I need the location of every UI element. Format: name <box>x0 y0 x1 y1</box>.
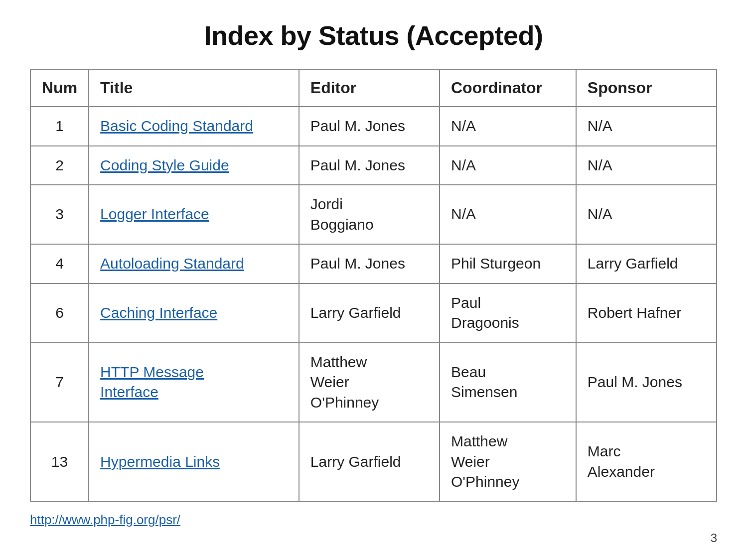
cell-num: 2 <box>30 146 89 185</box>
cell-title: Logger Interface <box>89 185 299 244</box>
cell-title: Coding Style Guide <box>89 146 299 185</box>
cell-sponsor: Paul M. Jones <box>576 343 717 422</box>
table-row: 1Basic Coding StandardPaul M. JonesN/AN/… <box>30 107 717 146</box>
table-row: 6Caching InterfaceLarry GarfieldPaulDrag… <box>30 283 717 343</box>
page-number: 3 <box>711 531 717 545</box>
title-link[interactable]: Coding Style Guide <box>100 157 229 173</box>
table-row: 4Autoloading StandardPaul M. JonesPhil S… <box>30 244 717 283</box>
cell-title: Basic Coding Standard <box>89 107 299 146</box>
cell-editor: Larry Garfield <box>299 422 440 502</box>
cell-title: HTTP MessageInterface <box>89 343 299 422</box>
col-header-title: Title <box>89 69 299 107</box>
cell-coordinator: N/A <box>440 107 576 146</box>
cell-num: 6 <box>30 283 89 343</box>
col-header-coordinator: Coordinator <box>440 69 576 107</box>
cell-num: 1 <box>30 107 89 146</box>
cell-coordinator: PaulDragoonis <box>440 283 576 343</box>
cell-editor: Paul M. Jones <box>299 107 440 146</box>
table-row: 2Coding Style GuidePaul M. JonesN/AN/A <box>30 146 717 185</box>
cell-editor: JordiBoggiano <box>299 185 440 244</box>
cell-title: Autoloading Standard <box>89 244 299 283</box>
title-link[interactable]: Hypermedia Links <box>100 453 220 470</box>
cell-num: 4 <box>30 244 89 283</box>
cell-num: 7 <box>30 343 89 422</box>
cell-num: 3 <box>30 185 89 244</box>
cell-num: 13 <box>30 422 89 502</box>
col-header-sponsor: Sponsor <box>576 69 717 107</box>
title-link[interactable]: Caching Interface <box>100 304 217 321</box>
page-title: Index by Status (Accepted) <box>30 20 717 51</box>
footer-link-container: http://www.php-fig.org/psr/ <box>30 512 717 528</box>
cell-coordinator: N/A <box>440 185 576 244</box>
table-row: 7HTTP MessageInterfaceMatthewWeierO'Phin… <box>30 343 717 422</box>
cell-sponsor: Larry Garfield <box>576 244 717 283</box>
cell-editor: Larry Garfield <box>299 283 440 343</box>
cell-editor: Paul M. Jones <box>299 146 440 185</box>
cell-sponsor: Robert Hafner <box>576 283 717 343</box>
footer-link[interactable]: http://www.php-fig.org/psr/ <box>30 512 180 527</box>
col-header-editor: Editor <box>299 69 440 107</box>
cell-coordinator: N/A <box>440 146 576 185</box>
cell-editor: Paul M. Jones <box>299 244 440 283</box>
cell-coordinator: BeauSimensen <box>440 343 576 422</box>
table-row: 13Hypermedia LinksLarry GarfieldMatthewW… <box>30 422 717 502</box>
cell-sponsor: N/A <box>576 107 717 146</box>
table-row: 3Logger InterfaceJordiBoggianoN/AN/A <box>30 185 717 244</box>
cell-title: Caching Interface <box>89 283 299 343</box>
title-link[interactable]: Autoloading Standard <box>100 255 244 272</box>
title-link[interactable]: HTTP MessageInterface <box>100 364 204 401</box>
cell-sponsor: N/A <box>576 185 717 244</box>
cell-coordinator: Phil Sturgeon <box>440 244 576 283</box>
cell-sponsor: N/A <box>576 146 717 185</box>
title-link[interactable]: Basic Coding Standard <box>100 118 253 134</box>
col-header-num: Num <box>30 69 89 107</box>
cell-coordinator: MatthewWeierO'Phinney <box>440 422 576 502</box>
cell-title: Hypermedia Links <box>89 422 299 502</box>
cell-editor: MatthewWeierO'Phinney <box>299 343 440 422</box>
title-link[interactable]: Logger Interface <box>100 206 209 222</box>
cell-sponsor: MarcAlexander <box>576 422 717 502</box>
table-header-row: Num Title Editor Coordinator Sponsor <box>30 69 717 107</box>
status-table: Num Title Editor Coordinator Sponsor 1Ba… <box>30 69 717 502</box>
